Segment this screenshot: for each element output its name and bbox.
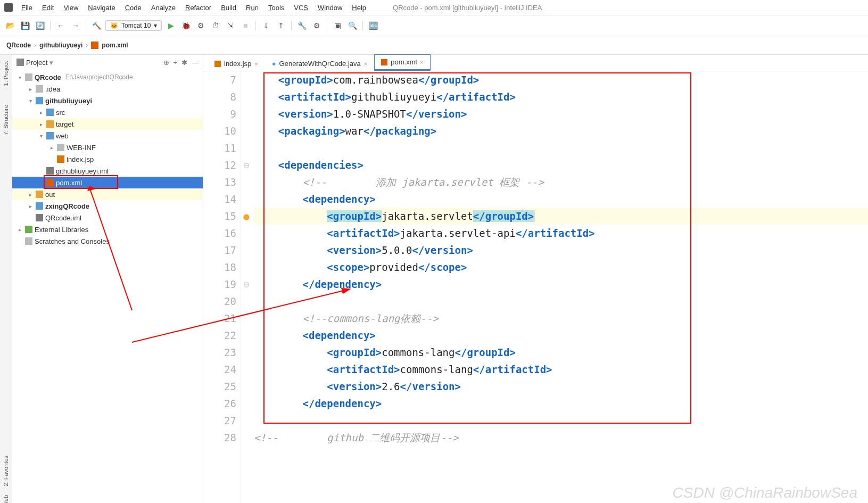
chevron-down-icon: ▾ xyxy=(154,22,157,29)
tomcat-icon: 🐱 xyxy=(110,22,118,29)
collapse-icon[interactable]: — xyxy=(192,59,199,67)
line-gutter[interactable]: 7891011 1213141516 1718192021 2223242526… xyxy=(203,71,241,503)
project-tree[interactable]: ▾QRcodeE:\Java\project\QRcode ▸.idea ▾gi… xyxy=(12,70,203,503)
crumb-0[interactable]: QRcode xyxy=(6,42,31,49)
tree-extlib[interactable]: ▸External Libraries xyxy=(12,224,203,235)
close-icon[interactable]: × xyxy=(420,59,423,65)
tab-pom[interactable]: pom.xml× xyxy=(374,54,431,71)
project-header: Project ▾ ⊕ ÷ ✱ — xyxy=(12,55,203,70)
gutter-marks: ⊖● ⊖ xyxy=(241,71,252,503)
search-icon[interactable]: 🔍 xyxy=(346,20,358,31)
tree-root[interactable]: ▾QRcodeE:\Java\project\QRcode xyxy=(12,71,203,83)
tree-idea[interactable]: ▸.idea xyxy=(12,83,203,95)
tab-indexjsp[interactable]: index.jsp× xyxy=(208,56,265,71)
menu-edit[interactable]: Edit xyxy=(38,3,58,13)
folder-icon xyxy=(46,109,54,116)
code-editor[interactable]: 7891011 1213141516 1718192021 2223242526… xyxy=(203,71,868,503)
tree-target[interactable]: ▸target xyxy=(12,118,203,130)
run-icon[interactable]: ▶ xyxy=(165,20,177,31)
git-push-icon[interactable]: ⤒ xyxy=(275,20,287,31)
close-icon[interactable]: × xyxy=(364,61,367,67)
library-icon xyxy=(25,226,32,233)
run-config-selector[interactable]: 🐱 Tomcat 10 ▾ xyxy=(105,20,162,31)
translate-icon[interactable]: 🔤 xyxy=(367,20,379,31)
coverage-icon[interactable]: ⚙ xyxy=(195,20,206,31)
tab-label: index.jsp xyxy=(224,60,251,68)
editor-tabs: index.jsp× ●GenerateWithQrCode.java× pom… xyxy=(203,55,868,71)
left-tool-strip: 1: Project 7: Structure 2: Favorites Web xyxy=(0,55,12,503)
gear-icon[interactable]: ✱ xyxy=(181,59,187,67)
project-title: Project xyxy=(26,59,47,67)
module-icon xyxy=(36,97,43,104)
tree-out[interactable]: ▸out xyxy=(12,188,203,200)
run-config-label: Tomcat 10 xyxy=(121,22,151,29)
xml-icon xyxy=(46,179,54,186)
open-icon[interactable]: 📂 xyxy=(4,20,16,31)
tree-module[interactable]: ▾githubliuyueyi xyxy=(12,95,203,106)
git-pull-icon[interactable]: ⤓ xyxy=(260,20,272,31)
crumb-1[interactable]: githubliuyueyi xyxy=(39,42,82,49)
folder-icon xyxy=(16,59,24,66)
folder-icon xyxy=(36,191,43,198)
profile-icon[interactable]: ⏱ xyxy=(210,20,221,31)
menu-window[interactable]: Window xyxy=(313,3,346,13)
tree-qrciml[interactable]: QRcode.iml xyxy=(12,212,203,224)
menu-tools[interactable]: Tools xyxy=(264,3,288,13)
jsp-icon xyxy=(57,155,64,163)
code-body[interactable]: <groupId>com.rainbowsea</groupId> <artif… xyxy=(252,71,868,503)
attach-icon[interactable]: ⇲ xyxy=(225,20,236,31)
menu-vcs[interactable]: VCS xyxy=(290,3,312,13)
tree-indexjsp[interactable]: index.jsp xyxy=(12,153,203,165)
tool-tab-structure[interactable]: 7: Structure xyxy=(2,101,10,139)
menu-run[interactable]: Run xyxy=(242,3,263,13)
tree-iml[interactable]: githubliuyueyi.iml xyxy=(12,165,203,177)
tab-generate[interactable]: ●GenerateWithQrCode.java× xyxy=(265,56,374,71)
window-title: QRcode - pom.xml [githubliuyueyi] - Inte… xyxy=(393,4,542,12)
main-body: 1: Project 7: Structure 2: Favorites Web… xyxy=(0,55,868,503)
tab-label: pom.xml xyxy=(391,58,417,66)
chevron-down-icon[interactable]: ▾ xyxy=(49,59,53,67)
folder-icon xyxy=(25,73,32,81)
forward-icon[interactable]: → xyxy=(70,20,81,31)
tree-webinf[interactable]: ▸WEB-INF xyxy=(12,142,203,153)
menu-build[interactable]: Build xyxy=(217,3,241,13)
breadcrumb: QRcode › githubliuyueyi › pom.xml xyxy=(0,36,868,55)
divide-icon[interactable]: ÷ xyxy=(173,59,177,67)
jsp-icon xyxy=(214,61,221,67)
tool-tab-project[interactable]: 1: Project xyxy=(2,57,10,90)
menu-view[interactable]: View xyxy=(59,3,82,13)
editor-area: index.jsp× ●GenerateWithQrCode.java× pom… xyxy=(203,55,868,503)
target-icon[interactable]: ⊕ xyxy=(163,59,169,67)
menu-navigate[interactable]: Navigate xyxy=(84,3,119,13)
folder-icon xyxy=(57,144,64,151)
iml-icon xyxy=(46,167,54,175)
tree-scratches[interactable]: Scratches and Consoles xyxy=(12,235,203,247)
debug-icon[interactable]: 🐞 xyxy=(180,20,192,31)
menu-help[interactable]: Help xyxy=(348,3,370,13)
xml-icon xyxy=(381,59,387,65)
menu-analyze[interactable]: Analyze xyxy=(147,3,180,13)
tree-zxing[interactable]: ▸zxingQRcode xyxy=(12,200,203,212)
menu-refactor[interactable]: Refactor xyxy=(181,3,216,13)
tool-tab-web[interactable]: Web xyxy=(2,491,10,503)
tree-pom[interactable]: pom.xml xyxy=(12,177,203,188)
module-icon xyxy=(36,202,43,210)
menu-code[interactable]: Code xyxy=(121,3,146,13)
sync-icon[interactable]: 🔄 xyxy=(34,20,46,31)
main-toolbar: 📂 💾 🔄 ← → 🔨 🐱 Tomcat 10 ▾ ▶ 🐞 ⚙ ⏱ ⇲ ■ ⤓ … xyxy=(0,15,868,36)
stop-icon[interactable]: ■ xyxy=(239,20,251,31)
save-icon[interactable]: 💾 xyxy=(19,20,31,31)
hammer-icon[interactable]: 🔨 xyxy=(90,20,102,31)
tree-src[interactable]: ▸src xyxy=(12,106,203,118)
crumb-2[interactable]: pom.xml xyxy=(102,42,128,49)
close-icon[interactable]: × xyxy=(254,61,258,67)
tool-tab-favorites[interactable]: 2: Favorites xyxy=(2,451,10,490)
back-icon[interactable]: ← xyxy=(55,20,67,31)
tree-web[interactable]: ▾web xyxy=(12,130,203,142)
menu-file[interactable]: File xyxy=(17,3,37,13)
wrench-icon[interactable]: 🔧 xyxy=(296,20,308,31)
chevron-right-icon: › xyxy=(86,42,88,49)
todo-icon[interactable]: ▣ xyxy=(332,20,343,31)
menu-bar: File Edit View Navigate Code Analyze Ref… xyxy=(0,0,868,15)
settings-icon[interactable]: ⚙ xyxy=(311,20,323,31)
